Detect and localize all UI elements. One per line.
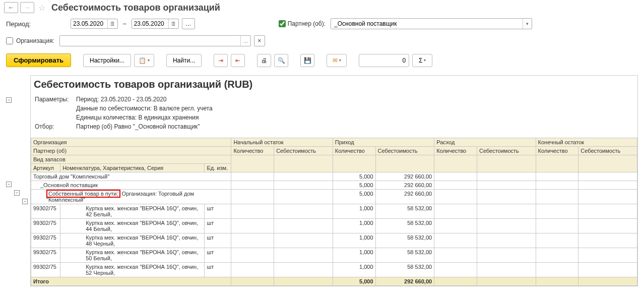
save-button[interactable]: 💾 (300, 54, 314, 67)
partner-cb-label: Партнер (об): (288, 20, 326, 27)
col-art: Артикул (31, 164, 60, 172)
collapse-toggle[interactable]: − (22, 199, 28, 204)
sum-input[interactable] (359, 54, 409, 67)
col-org: Организация (31, 138, 231, 147)
collapse-toggle[interactable]: − (14, 190, 20, 196)
col-ed: Ед. изм. (205, 164, 231, 172)
table-row: Торговый дом "Комплексный" 5,000 292 660… (31, 172, 637, 181)
partner-checkbox[interactable] (279, 20, 286, 27)
table-row: 99302/75 Куртка мех. женская "ВЕРОНА 16Q… (31, 248, 637, 263)
col-income: Приход (333, 138, 434, 147)
tree-gutter: − − − − (2, 75, 30, 286)
col-end: Конечный остаток (536, 138, 637, 147)
collapse-toggle[interactable]: − (6, 97, 12, 103)
report-table: Организация Начальный остаток Приход Рас… (31, 138, 637, 286)
total-row: Итого 5,000 292 660,00 (31, 277, 637, 286)
period-more-button[interactable]: … (182, 18, 195, 29)
collapse-button[interactable]: ⇤ (231, 54, 245, 67)
org-filter-row: Организация: … × (0, 32, 644, 49)
preview-button[interactable]: 🔍 (274, 54, 288, 67)
date-to-input[interactable] (132, 19, 168, 28)
partner-combo[interactable]: ▾ (331, 18, 532, 29)
calendar-icon[interactable]: 🗓 (107, 19, 117, 28)
back-button[interactable]: ← (4, 2, 18, 13)
report-area: − − − − Себестоимость товаров организаци… (0, 71, 644, 286)
org-clear-button[interactable]: × (254, 35, 265, 46)
partner-input[interactable] (331, 19, 523, 28)
generate-button[interactable]: Сформировать (6, 53, 71, 67)
col-expense: Расход (434, 138, 536, 147)
org-combo[interactable]: … (59, 35, 251, 46)
period-label: Период: (6, 20, 36, 28)
org-checkbox[interactable] (6, 37, 13, 44)
table-row: _Основной поставщик 5,000 292 660,00 (31, 181, 637, 190)
page-title: Себестоимость товаров организаций (51, 3, 220, 13)
report-body: Себестоимость товаров организаций (RUB) … (30, 75, 638, 286)
settings-button[interactable]: Настройки... (83, 54, 131, 67)
table-row: 99302/75 Куртка мех. женская "ВЕРОНА 16Q… (31, 233, 637, 248)
report-title: Себестоимость товаров организаций (RUB) (34, 79, 634, 90)
print-button[interactable]: 🖨 (257, 54, 271, 67)
date-from-box[interactable]: 🗓 (71, 19, 118, 29)
variants-button[interactable]: 📋▾ (134, 54, 154, 67)
org-input[interactable] (60, 36, 240, 46)
forward-button[interactable]: → (20, 2, 34, 13)
table-row: 99302/75 Куртка мех. женская "ВЕРОНА 16Q… (31, 204, 637, 219)
calendar-icon[interactable]: 🗓 (168, 19, 178, 28)
email-button[interactable]: ✉▾ (327, 54, 347, 67)
favorite-icon[interactable]: ☆ (38, 3, 45, 13)
date-to-box[interactable]: 🗓 (132, 19, 179, 29)
sigma-button[interactable]: Σ▾ (412, 54, 432, 67)
table-row: 99302/75 Куртка мех. женская "ВЕРОНА 16Q… (31, 219, 637, 233)
toolbar: Сформировать Настройки... 📋▾ Найти... ⇥ … (0, 49, 644, 71)
col-nom: Номенклатура, Характеристика, Серия (60, 164, 205, 172)
table-row: 99302/75 Куртка мех. женская "ВЕРОНА 16Q… (31, 263, 637, 277)
org-more-button[interactable]: … (240, 36, 250, 46)
collapse-toggle[interactable]: − (6, 182, 12, 187)
top-nav: ← → ☆ Себестоимость товаров организаций (0, 0, 644, 15)
org-label: Организация: (16, 37, 54, 44)
expand-button[interactable]: ⇥ (214, 54, 228, 67)
find-button[interactable]: Найти... (166, 54, 202, 67)
col-partner: Партнер (об) (31, 147, 231, 155)
col-stock: Вид запасов (31, 155, 231, 164)
col-start: Начальный остаток (231, 138, 333, 147)
period-filter-row: Период: 🗓 – 🗓 … Партнер (об): ▾ (0, 15, 644, 32)
combo-dropdown-icon[interactable]: ▾ (523, 19, 532, 29)
table-row: Собственный товар в пути; Организация: Т… (31, 190, 637, 204)
report-params: Параметры: Период: 23.05.2020 - 23.05.20… (34, 94, 217, 132)
date-from-input[interactable] (71, 19, 107, 28)
